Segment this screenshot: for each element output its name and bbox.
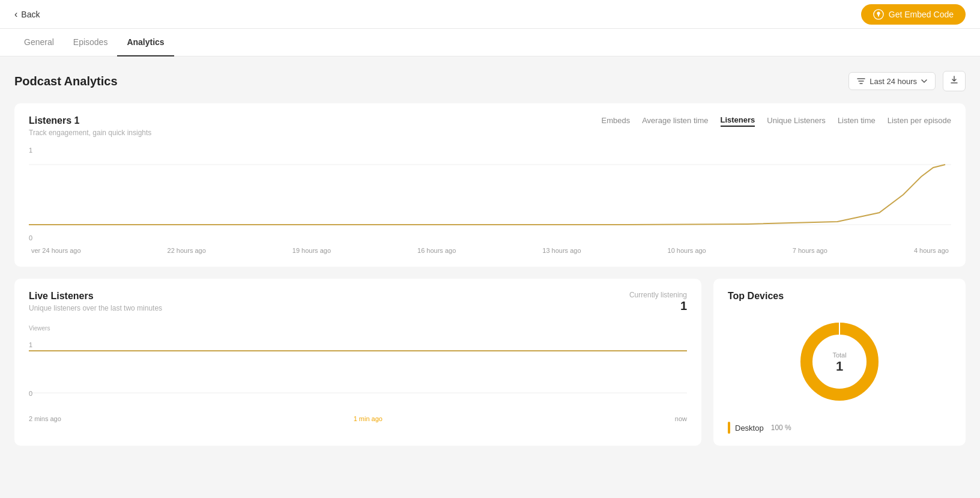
chart-tab-per-episode[interactable]: Listen per episode: [888, 116, 951, 126]
live-x-labels: 2 mins ago 1 min ago now: [29, 415, 687, 422]
currently-listening-group: Currently listening 1: [629, 291, 687, 313]
live-chart: Viewers 1 0 2 mins ago 1 min ago now: [29, 325, 687, 421]
header: ‹ Back Get Embed Code: [0, 0, 980, 29]
download-button[interactable]: [943, 71, 966, 91]
tab-general[interactable]: General: [14, 29, 64, 56]
page-title: Podcast Analytics: [14, 74, 118, 88]
time-filter-button[interactable]: Last 24 hours: [848, 72, 936, 90]
x-label-4: 13 hours ago: [542, 247, 581, 254]
live-x-label-0: 2 mins ago: [29, 415, 61, 422]
nav-tabs: General Episodes Analytics: [0, 29, 980, 56]
top-devices-card: Top Devices Total 1 Desktop 100 %: [713, 279, 966, 446]
back-label: Back: [21, 10, 40, 19]
chart-tab-unique[interactable]: Unique Listeners: [767, 116, 826, 126]
back-link[interactable]: ‹ Back: [14, 9, 40, 20]
legend-name-desktop: Desktop: [735, 424, 764, 433]
filter-icon: [856, 76, 866, 86]
currently-listening-value: 1: [629, 299, 687, 313]
x-axis-labels: ver 24 hours ago 22 hours ago 19 hours a…: [29, 247, 951, 254]
live-svg: [29, 333, 687, 411]
back-arrow-icon: ‹: [14, 9, 17, 20]
x-label-7: 4 hours ago: [914, 247, 949, 254]
x-label-5: 10 hours ago: [668, 247, 706, 254]
live-subtitle: Unique listeners over the last two minut…: [29, 304, 162, 312]
chart-header: Listeners 1 Track engagement, gain quick…: [29, 115, 951, 137]
live-y-val1: 1: [29, 341, 32, 348]
svg-text:Total: Total: [832, 351, 846, 359]
filter-row: Last 24 hours: [848, 71, 966, 91]
live-x-label-1: 1 min ago: [354, 415, 383, 422]
chart-subtitle: Track engagement, gain quick insights: [29, 129, 151, 137]
tab-analytics[interactable]: Analytics: [117, 29, 174, 56]
currently-listening-label: Currently listening: [629, 291, 687, 299]
main-content: Podcast Analytics Last 24 hours Liste: [0, 56, 980, 460]
live-x-label-2: now: [675, 415, 687, 422]
chart-tab-listen-time[interactable]: Listen time: [838, 116, 876, 126]
donut-container: Total 1: [728, 314, 951, 410]
embed-button[interactable]: Get Embed Code: [861, 4, 966, 25]
bottom-grid: Live Listeners Unique listeners over the…: [14, 279, 966, 446]
page-title-row: Podcast Analytics Last 24 hours: [14, 71, 966, 91]
x-label-1: 22 hours ago: [168, 247, 206, 254]
listeners-svg: [29, 147, 951, 243]
chart-tab-embeds[interactable]: Embeds: [601, 116, 630, 126]
legend-item-desktop: Desktop 100 %: [728, 422, 951, 434]
x-label-3: 16 hours ago: [417, 247, 456, 254]
listeners-chart-card: Listeners 1 Track engagement, gain quick…: [14, 103, 966, 267]
svg-text:1: 1: [836, 359, 843, 374]
viewers-label: Viewers: [29, 325, 687, 332]
embed-icon: [873, 9, 884, 20]
live-title: Live Listeners: [29, 291, 162, 302]
chart-y-min: 0: [29, 234, 32, 241]
donut-chart: Total 1: [791, 314, 888, 410]
tab-episodes[interactable]: Episodes: [64, 29, 118, 56]
device-legend: Desktop 100 %: [728, 422, 951, 434]
chart-title: Listeners 1: [29, 115, 151, 126]
legend-bar-desktop: [728, 422, 730, 434]
embed-btn-label: Get Embed Code: [889, 10, 954, 19]
live-y-val0: 0: [29, 390, 32, 397]
live-header: Live Listeners Unique listeners over the…: [29, 291, 687, 313]
live-title-group: Live Listeners Unique listeners over the…: [29, 291, 162, 312]
chart-tab-listeners[interactable]: Listeners: [721, 115, 755, 127]
x-label-0: ver 24 hours ago: [31, 247, 81, 254]
legend-pct-desktop: 100 %: [771, 424, 791, 432]
download-icon: [949, 75, 959, 85]
filter-label: Last 24 hours: [870, 77, 917, 86]
chevron-down-icon: [921, 77, 928, 85]
live-listeners-card: Live Listeners Unique listeners over the…: [14, 279, 701, 446]
chart-tab-avg-listen[interactable]: Average listen time: [642, 116, 708, 126]
devices-title: Top Devices: [728, 291, 951, 302]
x-label-2: 19 hours ago: [292, 247, 331, 254]
chart-y-max: 1: [29, 147, 32, 154]
listeners-line-chart: 1 0 ver 24 hours ago 22 hours ago 19 hou…: [29, 147, 951, 255]
x-label-6: 7 hours ago: [793, 247, 827, 254]
chart-title-group: Listeners 1 Track engagement, gain quick…: [29, 115, 151, 137]
chart-tabs: Embeds Average listen time Listeners Uni…: [601, 115, 951, 127]
